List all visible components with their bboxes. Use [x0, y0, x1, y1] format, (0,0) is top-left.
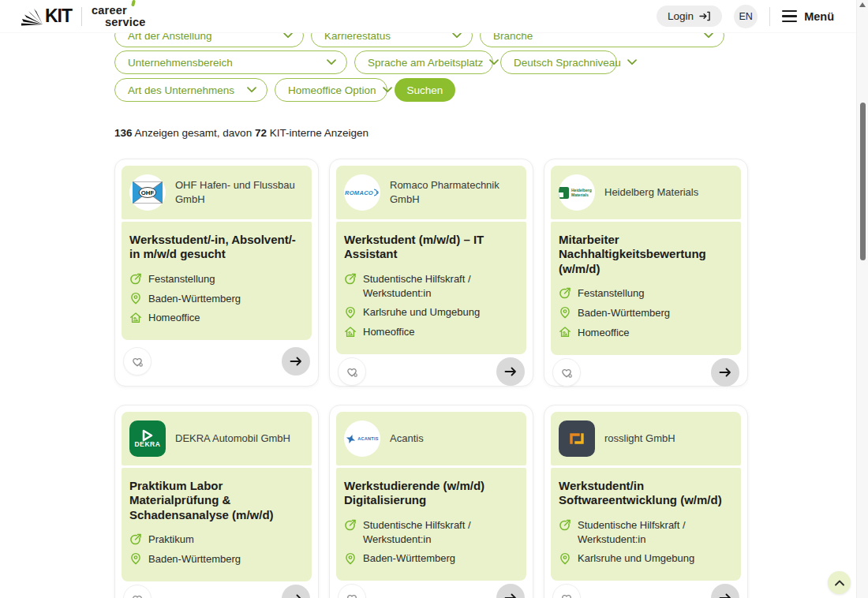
login-button[interactable]: Login	[657, 6, 722, 27]
tag-location: Baden-Württemberg	[129, 552, 304, 566]
favorite-button[interactable]	[123, 347, 152, 376]
topbar: KIT career service Login EN Menü	[0, 0, 856, 33]
company-name: Heidelberg Materials	[604, 185, 698, 200]
tag-employment-type: Festanstellung	[129, 272, 304, 286]
favorite-button[interactable]	[338, 584, 366, 598]
job-card[interactable]: Heidelberg Materials Heidelberg Material…	[544, 159, 748, 387]
location-icon	[559, 306, 571, 319]
filter-label: Homeoffice Option	[288, 84, 376, 96]
filter-label: Art des Unternehmens	[128, 84, 234, 96]
scrollbar-track[interactable]	[856, 0, 868, 598]
job-card-footer	[336, 581, 526, 598]
acantis-icon	[346, 434, 356, 444]
arrow-right-icon	[289, 592, 303, 598]
brand-group[interactable]: KIT career service	[20, 5, 145, 28]
company-name: Romaco Pharmatechnik GmbH	[390, 178, 520, 206]
career-service-logo: career service	[92, 5, 145, 28]
chevron-down-icon	[247, 87, 256, 93]
job-card[interactable]: DEKRA DEKRA Automobil GmbH Praktikum Lab…	[114, 405, 319, 598]
career-line1: career	[92, 5, 145, 17]
tag-label: Baden-Württemberg	[578, 306, 670, 320]
scrollbar-thumb[interactable]	[860, 103, 866, 260]
location-icon	[344, 306, 357, 319]
tag-label: Karlsruhe und Umgebung	[578, 551, 694, 566]
job-card-footer	[551, 581, 741, 598]
tag-employment-type: Studentische Hilfskraft / Werkstudent:in	[344, 272, 518, 301]
job-card-body: Mitarbeiter Nachhaltigkeitsbewertung (w/…	[551, 222, 741, 355]
company-name: Acantis	[390, 432, 424, 446]
job-card[interactable]: ACANTIS Acantis Werkstudierende (w/m/d) …	[329, 405, 533, 598]
company-logo	[559, 420, 595, 457]
chevron-down-icon	[704, 32, 713, 39]
job-card-body: Werkstudent/in Softwareentwicklung (w/m/…	[551, 468, 741, 581]
job-title: Mitarbeiter Nachhaltigkeitsbewertung (w/…	[559, 233, 733, 276]
company-logo: Heidelberg Materials	[559, 174, 595, 211]
job-card[interactable]: rosslight GmbH Werkstudent/in Softwareen…	[544, 405, 748, 598]
rosslight-icon	[567, 428, 587, 449]
filter-art-des-unternehmens[interactable]: Art des Unternehmens	[114, 78, 268, 102]
job-card[interactable]: OHF OHF Hafen- und Flussbau GmbH Werksst…	[114, 159, 319, 387]
scrollbar-up-arrow[interactable]	[859, 2, 866, 7]
job-title: Werkstudent/in Softwareentwicklung (w/m/…	[559, 479, 733, 508]
logo-text: ACANTIS	[357, 436, 379, 441]
filter-sprache-am-arbeitsplatz[interactable]: Sprache am Arbeitsplatz	[354, 50, 493, 74]
search-button[interactable]: Suchen	[395, 78, 455, 102]
job-card[interactable]: ROMACO Romaco Pharmatechnik GmbH Werkstu…	[329, 159, 533, 387]
job-card-footer	[336, 354, 526, 386]
open-job-button[interactable]	[282, 585, 310, 598]
favorite-button[interactable]	[338, 357, 366, 386]
employment-type-icon	[559, 518, 571, 531]
arrow-right-icon	[718, 365, 732, 379]
filter-row-2: Unternehmensbereich Sprache am Arbeitspl…	[114, 50, 617, 74]
arrow-right-icon	[503, 591, 518, 598]
employment-type-icon	[344, 518, 357, 531]
job-card-header: DEKRA DEKRA Automobil GmbH	[122, 412, 312, 465]
language-button[interactable]: EN	[734, 5, 758, 28]
open-job-button[interactable]	[496, 357, 525, 386]
login-arrow-icon	[699, 11, 711, 21]
favorite-button[interactable]	[123, 585, 152, 598]
job-card-header: rosslight GmbH	[551, 412, 741, 465]
filter-homeoffice-option[interactable]: Homeoffice Option	[275, 78, 387, 102]
tag-homeoffice: Homeoffice	[129, 311, 304, 325]
heart-icon	[130, 592, 144, 598]
open-job-button[interactable]	[496, 584, 525, 598]
employment-type-icon	[344, 272, 357, 285]
heart-icon	[130, 354, 144, 368]
favorite-button[interactable]	[552, 584, 581, 598]
filter-unternehmensbereich[interactable]: Unternehmensbereich	[114, 50, 347, 74]
results-internal: 72	[255, 127, 267, 139]
job-card-header: Heidelberg Materials Heidelberg Material…	[551, 166, 741, 219]
tag-employment-type: Studentische Hilfskraft / Werkstudent:in	[344, 518, 518, 547]
filter-deutsch-sprachniveau[interactable]: Deutsch Sprachniveau	[500, 50, 617, 74]
tag-label: Homeoffice	[363, 325, 415, 339]
favorite-button[interactable]	[552, 358, 581, 387]
open-job-button[interactable]	[282, 347, 310, 376]
tag-label: Karlsruhe und Umgebung	[363, 305, 480, 320]
kit-logo: KIT	[20, 6, 72, 27]
job-card-footer	[122, 340, 312, 379]
arrow-right-icon	[503, 364, 518, 379]
results-text: Anzeigen gesamt, davon	[133, 127, 255, 139]
job-card-footer	[551, 355, 741, 387]
tag-location: Baden-Württemberg	[344, 551, 518, 566]
location-icon	[129, 292, 142, 305]
job-card-body: Werkstudent (m/w/d) – IT Assistant Stude…	[336, 222, 526, 354]
tag-employment-type: Praktikum	[129, 533, 304, 547]
company-name: OHF Hafen- und Flussbau GmbH	[175, 178, 305, 206]
homeoffice-icon	[129, 312, 142, 324]
tag-location: Baden-Württemberg	[559, 306, 733, 320]
page: KIT career service Login EN Menü Art	[0, 0, 868, 598]
open-job-button[interactable]	[711, 358, 739, 387]
menu-button[interactable]: Menü	[782, 10, 834, 23]
job-card-header: OHF OHF Hafen- und Flussbau GmbH	[122, 166, 312, 219]
chevron-down-icon	[489, 59, 499, 65]
heidelberg-icon	[559, 187, 569, 199]
scroll-to-top-button[interactable]	[828, 571, 851, 594]
tag-label: Studentische Hilfskraft / Werkstudent:in	[363, 518, 518, 547]
chevron-down-icon	[627, 59, 637, 65]
tag-label: Studentische Hilfskraft / Werkstudent:in	[363, 272, 518, 301]
open-job-button[interactable]	[711, 584, 739, 598]
filter-label: Deutsch Sprachniveau	[514, 57, 621, 69]
heart-icon	[345, 364, 359, 379]
